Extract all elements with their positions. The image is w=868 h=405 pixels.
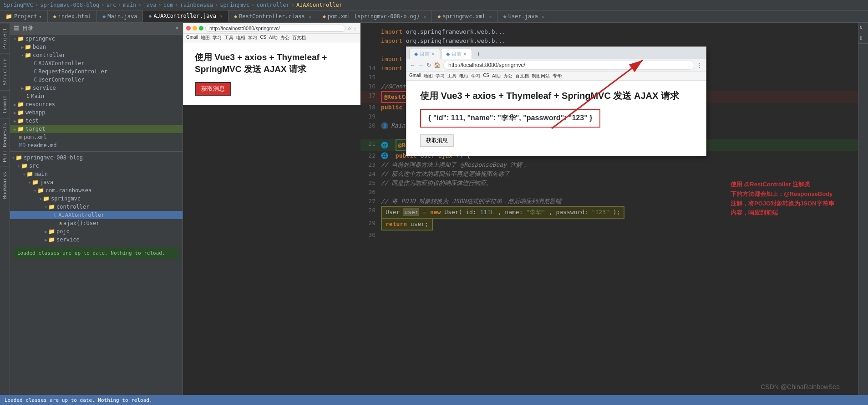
tree-item-src[interactable]: ▾ 📁 src [10,162,183,170]
browser-tab-1[interactable]: ◆ 目前 ✕ [409,49,440,59]
tab-project[interactable]: 📁 Project ▾ [0,10,48,22]
browser-new-tab[interactable]: + [473,49,484,59]
right-browser-url[interactable]: http://localhost:8080/springmvc/ [443,61,694,70]
browser-tab-active[interactable]: ◆ 目前 ✕ [441,49,472,59]
left-browser-content: 使用 Vue3 + axios + Thymeleaf + SpringMVC … [183,42,360,105]
tree-item-service[interactable]: ▶ 📁 service [10,84,183,92]
right-fetch-button[interactable]: 获取消息 [420,134,454,147]
tab-user-java[interactable]: ◆ User.java ✕ [497,10,550,22]
code-line-30: 30 [360,231,858,240]
breadcrumb-item[interactable]: java [143,2,157,8]
browser-reload[interactable]: ↻ [426,62,431,68]
side-tab-structure[interactable]: Structure [0,53,10,90]
code-line-29: 29 return user; [360,219,858,231]
code-line-import1: import org.springframework.web.b... [360,27,858,36]
breadcrumb-item[interactable]: springmvc [220,2,249,8]
browser-min-btn[interactable] [193,26,197,31]
tree-item-request-body-controller[interactable]: C RequestBodyController [10,67,183,76]
breadcrumb-item[interactable]: src [107,2,117,8]
tree-item-main[interactable]: C Main [10,92,183,100]
breadcrumb-active: AJAXController [296,2,342,8]
side-tab-pull-requests[interactable]: Pull Requests [0,118,10,167]
browser-max-btn[interactable] [199,26,203,31]
tree-item-service2[interactable]: ▶ 📁 service [10,236,183,244]
browser-tabs-row: ◆ 目前 ✕ ◆ 目前 ✕ + [406,47,706,59]
tree-item-target[interactable]: ▶ 📁 target [10,125,183,133]
left-browser-url[interactable]: http://localhost:8080/springmvc/ [205,25,345,32]
left-browser-panel: http://localhost:8080/springmvc/ ☆ ⋮ Gma… [183,23,360,105]
left-fetch-button[interactable]: 获取消息 [195,82,231,96]
side-tab-commit[interactable]: Commit [0,90,10,118]
side-annotation: 使用 @RestController 注解类 下的方法都会加上：@Respons… [731,180,853,218]
side-tabs-right: N D [858,23,868,404]
breadcrumb-item[interactable]: rainbowsea [180,2,213,8]
side-tab-database[interactable]: D [858,33,868,44]
tab-main-java[interactable]: ◆ Main.java [97,10,143,22]
tree-item-main2[interactable]: ▾ 📁 main [10,170,183,178]
tree-item-springmvc-008[interactable]: ▾ 📁 springmvc-008-blog [10,154,183,162]
watermark: CSDN @ChinaRainbowSea [761,383,840,390]
tab-restcontroller-class[interactable]: ◆ RestController.class ✕ [228,10,317,22]
code-line-import2: import org.springframework.web.b... [360,36,858,46]
sidebar-header: ☰ 目录 ✕ [10,23,183,35]
status-bar: Loaded classes are up to date. Nothing t… [0,395,868,404]
tree-item-java[interactable]: ▾ 📁 java [10,178,183,186]
tree-item-ajax-controller2[interactable]: C AJAXController [10,211,183,219]
tree-item-springmvc2[interactable]: ▾ 📁 springmvc [10,195,183,203]
tree-item-springmvc-root[interactable]: ▾ 📁 springmvc [10,35,183,43]
breadcrumb-item[interactable]: com [163,2,173,8]
breadcrumb-item[interactable]: SpringMVC [4,2,33,8]
breadcrumb-item[interactable]: controller [256,2,289,8]
tab-ajaxcontroller-java[interactable]: ◆ AJAXController.java ✕ [143,10,228,22]
left-browser-chrome: http://localhost:8080/springmvc/ ☆ ⋮ [183,23,360,34]
right-browser-bookmarks: Gmail地图学习工具电框学习CSAI助办公百文档制图网站专华 [406,72,706,81]
main-layout: Project Structure Commit Pull Requests B… [0,23,868,404]
tree-item-ajax-controller[interactable]: C AJAXController [10,59,183,67]
tree-item-resources[interactable]: ▶ 📁 resources [10,100,183,108]
tabs-bar: 📁 Project ▾ ◆ index.html ◆ Main.java ◆ A… [0,10,868,23]
tree-item-controller2[interactable]: ▾ 📁 controller [10,203,183,211]
breadcrumb-item[interactable]: main [123,2,136,8]
tree-item-ajax-method[interactable]: a ajax():User [10,219,183,227]
sidebar: ☰ 目录 ✕ ▾ 📁 springmvc ▶ 📁 bean ▾ 📁 contro… [10,23,183,404]
code-box-28-29: User user = new User( id: 111L , name: "… [381,206,624,219]
status-message: Loaded classes are up to date. Nothing t… [14,247,179,259]
left-browser-bookmarks: Gmail地图学习工具电框学习CSAI助办公百文档 [183,34,360,42]
breadcrumb-item[interactable]: springmvc-008-blog [40,2,99,8]
breadcrumb: SpringMVC › springmvc-008-blog › src › m… [0,0,868,10]
right-browser-title: 使用 Vue3 + axios + Thymeleaf + SpringMVC … [420,90,692,102]
browser-forward[interactable]: → [418,62,424,68]
right-browser-content: 使用 Vue3 + axios + Thymeleaf + SpringMVC … [406,81,706,156]
side-tab-notifications[interactable]: N [858,23,868,33]
json-response-box: { "id": 111, "name": "李华", "password": "… [420,109,600,128]
side-tabs-left: Project Structure Commit Pull Requests B… [0,23,10,404]
tree-item-user-controller[interactable]: C UserController [10,76,183,84]
right-browser-window: ◆ 目前 ✕ ◆ 目前 ✕ + ← → ↻ 🏠 http://localhost… [406,46,706,156]
right-browser-chrome: ← → ↻ 🏠 http://localhost:8080/springmvc/… [406,59,706,72]
code-line-23: 23 // 当前处理器方法上添加了 @ResponseBoay 注解， [360,160,858,169]
tree-item-bean[interactable]: ▶ 📁 bean [10,43,183,51]
tree-item-com-rainbowsea[interactable]: ▾ 📁 com.rainbowsea [10,186,183,195]
tree-item-webapp[interactable]: ▶ 📁 webapp [10,108,183,117]
browser-close-btn[interactable] [186,26,191,31]
tab-springmvc-xml[interactable]: ◆ springmvc.xml ✕ [432,10,497,22]
browser-back[interactable]: ← [410,62,416,68]
tree-item-pojo[interactable]: ▶ 📁 pojo [10,227,183,236]
left-browser-title: 使用 Vue3 + axios + Thymeleaf + SpringMVC … [195,51,349,75]
tree-item-test[interactable]: ▶ 📁 test [10,117,183,125]
side-tab-project[interactable]: Project [0,23,10,53]
side-tab-bookmarks[interactable]: Bookmarks [0,167,10,204]
editor-area: http://localhost:8080/springmvc/ ☆ ⋮ Gma… [183,23,858,404]
tree-item-controller[interactable]: ▾ 📁 controller [10,51,183,59]
tree-item-readme[interactable]: MD readme.md [10,141,183,149]
tree-item-pom-xml[interactable]: m pom.xml [10,133,183,141]
code-line-24: 24 // 那么这个方法的返回值不再是逻辑视图名称了 [360,169,858,179]
tab-pom-xml[interactable]: ◆ pom.xml (springmvc-008-blog) ✕ [317,10,432,22]
tab-index-html[interactable]: ◆ index.html [48,10,97,22]
